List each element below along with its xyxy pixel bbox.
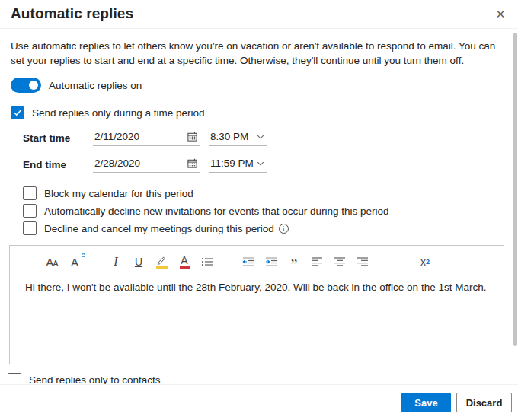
indent-icon[interactable]: [263, 253, 280, 270]
end-time-row: End time 2/28/2020: [11, 154, 507, 173]
period-options: Block my calendar for this period Automa…: [11, 186, 507, 235]
editor-toolbar: Aᴀ A I U A: [10, 246, 504, 270]
block-calendar-checkbox[interactable]: [23, 186, 37, 200]
page-title: Automatic replies: [11, 5, 133, 22]
info-icon[interactable]: i: [279, 224, 289, 234]
save-button[interactable]: Save: [401, 393, 451, 412]
decline-cancel-meetings-label: Decline and cancel my meetings during th…: [44, 223, 274, 234]
block-calendar-checkbox-row[interactable]: Block my calendar for this period: [11, 186, 507, 200]
highlight-color-bar: [156, 266, 168, 269]
automatic-replies-toggle-row: Automatic replies on: [11, 78, 507, 93]
start-time-row: Start time 2/11/2020: [11, 128, 507, 146]
start-time-dropdown[interactable]: 8:30 PM: [209, 131, 267, 146]
close-icon[interactable]: ✕: [492, 6, 509, 23]
automatic-replies-toggle[interactable]: [11, 78, 41, 93]
outdent-icon[interactable]: [240, 253, 257, 270]
block-calendar-label: Block my calendar for this period: [44, 188, 193, 199]
end-time-value: 11:59 PM: [210, 158, 254, 169]
start-date-value: 2/11/2020: [94, 131, 139, 142]
calendar-icon[interactable]: [187, 158, 198, 169]
quote-icon[interactable]: ”: [286, 253, 302, 270]
font-size-ring-icon: [82, 253, 85, 257]
dialog-footer: Save Discard: [0, 384, 518, 420]
decline-cancel-meetings-checkbox-row[interactable]: Decline and cancel my meetings during th…: [11, 221, 507, 235]
end-date-input[interactable]: 2/28/2020: [93, 158, 200, 173]
underline-icon[interactable]: U: [130, 253, 147, 270]
vertical-scrollbar[interactable]: [513, 33, 517, 346]
start-date-input[interactable]: 2/11/2020: [93, 131, 200, 146]
dialog-content: Use automatic replies to let others know…: [0, 39, 518, 387]
end-time-label: End time: [23, 158, 82, 173]
description-text: Use automatic replies to let others know…: [11, 39, 500, 68]
discard-button[interactable]: Discard: [456, 393, 512, 412]
font-size-letter: A: [71, 256, 78, 269]
align-right-icon[interactable]: [354, 253, 371, 270]
font-size-icon[interactable]: A: [66, 253, 83, 270]
italic-icon[interactable]: I: [107, 253, 124, 270]
decline-invitations-checkbox[interactable]: [23, 204, 37, 218]
font-color-letter: A: [181, 256, 187, 266]
calendar-icon[interactable]: [187, 131, 198, 142]
font-color-bar: [180, 266, 190, 269]
start-time-value: 8:30 PM: [210, 131, 248, 142]
align-left-icon[interactable]: [309, 253, 325, 270]
decline-invitations-label: Automatically decline new invitations fo…: [44, 205, 389, 217]
checkmark-icon: [13, 108, 22, 117]
decline-cancel-meetings-checkbox[interactable]: [23, 221, 37, 235]
start-time-label: Start time: [23, 131, 82, 146]
reply-message-editor[interactable]: Aᴀ A I U A: [9, 245, 504, 364]
automatic-replies-dialog: Automatic replies ✕ Use automatic replie…: [0, 0, 518, 420]
chevron-down-icon[interactable]: [256, 159, 265, 168]
time-period-checkbox[interactable]: [11, 106, 24, 119]
end-date-value: 2/28/2020: [94, 158, 140, 169]
bullet-list-icon[interactable]: [199, 253, 216, 270]
reply-message-text[interactable]: Hi there, I won't be available until the…: [25, 281, 488, 294]
dialog-header: Automatic replies ✕: [0, 0, 518, 29]
chevron-down-icon[interactable]: [256, 132, 265, 142]
highlight-icon[interactable]: [153, 253, 170, 270]
font-color-icon[interactable]: A: [176, 253, 193, 270]
time-period-checkbox-row[interactable]: Send replies only during a time period: [11, 106, 507, 119]
toggle-label: Automatic replies on: [49, 80, 142, 91]
superscript-icon[interactable]: x2: [417, 253, 433, 270]
toggle-knob-icon: [29, 81, 38, 90]
end-time-dropdown[interactable]: 11:59 PM: [209, 158, 267, 173]
superscript-base: x: [420, 256, 426, 268]
superscript-exponent: 2: [426, 258, 430, 266]
align-center-icon[interactable]: [331, 253, 348, 270]
decline-invitations-checkbox-row[interactable]: Automatically decline new invitations fo…: [11, 204, 507, 218]
font-options-icon[interactable]: Aᴀ: [43, 253, 60, 270]
time-period-checkbox-label: Send replies only during a time period: [32, 107, 205, 119]
